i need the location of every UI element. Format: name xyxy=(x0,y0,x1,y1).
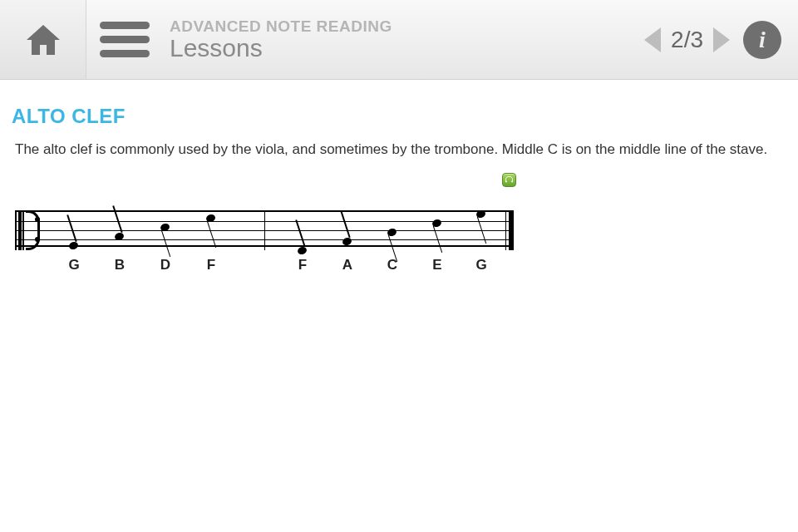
note-b xyxy=(114,231,125,241)
lesson-content: ALTO CLEF The alto clef is commonly used… xyxy=(0,80,798,282)
header-eyebrow: ADVANCED NOTE READING xyxy=(170,17,644,36)
note-a xyxy=(342,236,352,246)
note-g xyxy=(68,240,79,250)
note-e xyxy=(431,218,442,228)
note-label: F xyxy=(298,257,307,273)
music-staff xyxy=(15,210,514,247)
note-labels-row: GBDFFACEG xyxy=(15,257,514,282)
info-icon: i xyxy=(743,21,781,59)
note-d xyxy=(160,222,170,232)
note-label: B xyxy=(115,257,125,273)
menu-button[interactable] xyxy=(86,0,163,79)
pager: 2/3 xyxy=(644,27,743,53)
page-indicator: 2/3 xyxy=(671,27,703,53)
lesson-heading: ALTO CLEF xyxy=(12,105,786,128)
note-label: G xyxy=(475,257,486,273)
home-icon xyxy=(23,20,63,60)
barline-start xyxy=(15,210,17,250)
header-title: Lessons xyxy=(170,34,644,62)
prev-page-button[interactable] xyxy=(644,27,661,52)
note-g xyxy=(475,209,486,219)
note-label: C xyxy=(387,257,397,273)
alto-clef-icon xyxy=(18,210,41,250)
headphones-icon xyxy=(505,175,514,185)
lesson-description: The alto clef is commonly used by the vi… xyxy=(15,140,786,160)
next-page-button[interactable] xyxy=(713,27,730,52)
header-titles: ADVANCED NOTE READING Lessons xyxy=(163,17,644,62)
hamburger-icon xyxy=(100,22,150,57)
staff-figure: GBDFFACEG xyxy=(15,210,786,282)
barline-middle xyxy=(264,210,265,250)
note-label: F xyxy=(207,257,215,273)
note-label: E xyxy=(432,257,441,273)
note-f xyxy=(297,245,308,255)
app-header: ADVANCED NOTE READING Lessons 2/3 i xyxy=(0,0,798,80)
play-audio-button[interactable] xyxy=(502,173,516,187)
note-label: D xyxy=(160,257,170,273)
note-label: G xyxy=(68,257,79,273)
barline-end-thick xyxy=(509,210,514,250)
note-f xyxy=(205,213,216,223)
home-button[interactable] xyxy=(0,0,86,79)
note-c xyxy=(387,227,397,237)
barline-end-thin xyxy=(505,210,506,250)
note-label: A xyxy=(342,257,352,273)
info-button[interactable]: i xyxy=(743,21,798,59)
